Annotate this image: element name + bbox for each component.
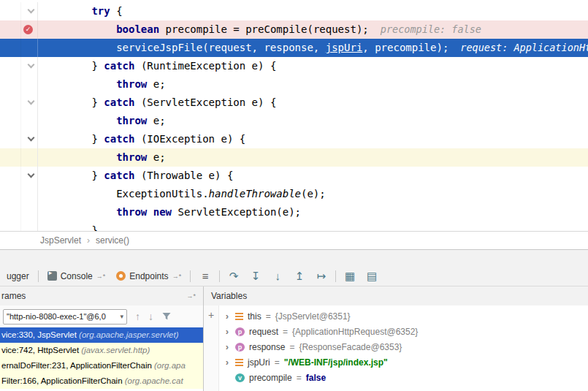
code-text: } xyxy=(38,221,98,231)
expand-chevron-icon[interactable]: › xyxy=(224,341,231,352)
code-line[interactable]: ExceptionUtils.handleThrowable(e); xyxy=(0,185,588,203)
value-icon xyxy=(235,313,243,320)
stack-frame-row[interactable]: ernalDoFilter:231, ApplicationFilterChai… xyxy=(0,358,203,373)
chevron-down-icon: ▾ xyxy=(120,313,123,320)
thread-selector-dropdown[interactable]: "http-nio-8080-exec-1"@6,0 ▾ xyxy=(3,309,127,324)
variable-row[interactable]: ›prequest = {ApplicationHttpRequest@6352… xyxy=(219,324,588,339)
code-line[interactable]: throw e; xyxy=(0,75,588,94)
expand-chevron-icon[interactable]: › xyxy=(224,326,231,337)
code-token: catch xyxy=(104,96,134,108)
code-line[interactable]: ✓ boolean precompile = preCompile(reques… xyxy=(0,20,588,39)
code-token: catch xyxy=(104,133,134,145)
tab-console[interactable]: Console →* xyxy=(45,266,108,286)
editor-gutter[interactable] xyxy=(0,148,38,167)
editor-gutter[interactable] xyxy=(0,130,38,148)
mute-breakpoints-icon[interactable]: ▤ xyxy=(364,270,380,283)
editor-gutter[interactable] xyxy=(0,2,38,20)
variable-name: response xyxy=(249,342,285,352)
stack-frame-row[interactable]: vice:742, HttpServlet (javax.servlet.htt… xyxy=(0,343,203,358)
fold-chevron-icon[interactable] xyxy=(28,61,35,69)
variable-row[interactable]: ›this = {JspServlet@6351} xyxy=(219,308,588,324)
code-token xyxy=(42,5,91,17)
fold-chevron-icon[interactable] xyxy=(28,7,35,14)
code-line[interactable]: } catch (RuntimeException e) { xyxy=(0,57,588,75)
frames-list: vice:330, JspServlet (org.apache.jasper.… xyxy=(0,327,203,391)
code-token: try xyxy=(91,5,110,17)
code-text: } catch (Throwable e) { xyxy=(38,167,233,185)
step-out-icon[interactable]: ↥ xyxy=(291,270,308,283)
code-token xyxy=(42,23,116,35)
code-line[interactable]: try { xyxy=(0,2,588,20)
code-editor[interactable]: try {✓ boolean precompile = preCompile(r… xyxy=(0,0,588,231)
fold-chevron-icon[interactable] xyxy=(28,171,35,178)
tab-endpoints-mark-icon[interactable]: →* xyxy=(172,273,182,280)
tab-endpoints[interactable]: Endpoints →* xyxy=(114,266,183,286)
code-token: e; xyxy=(147,78,165,90)
editor-gutter[interactable] xyxy=(0,185,38,203)
editor-gutter[interactable] xyxy=(0,94,38,112)
breadcrumb-class[interactable]: JspServlet xyxy=(40,235,81,246)
equals-sign: = xyxy=(297,373,302,383)
editor-gutter[interactable]: ✓ xyxy=(0,20,38,39)
variable-row[interactable]: ›jspUri = "/WEB-INF/jsp/index.jsp" xyxy=(219,354,588,370)
frames-header-mark-icon[interactable]: →* xyxy=(186,292,196,300)
editor-gutter[interactable] xyxy=(0,112,38,130)
expand-chevron-icon[interactable]: › xyxy=(224,311,231,322)
breakpoint-icon[interactable]: ✓ xyxy=(23,25,33,34)
editor-gutter[interactable] xyxy=(0,167,38,185)
code-token: throw xyxy=(116,206,147,218)
editor-gutter[interactable] xyxy=(0,75,38,94)
variables-toolbar: + xyxy=(204,305,219,391)
stack-frame-row[interactable]: vice:330, JspServlet (org.apache.jasper.… xyxy=(0,327,203,343)
code-token: catch xyxy=(104,60,134,72)
expand-chevron-icon[interactable]: › xyxy=(224,357,231,368)
code-token: } xyxy=(42,224,98,231)
editor-gutter[interactable] xyxy=(0,221,38,231)
code-text: serviceJspFile(request, response, jspUri… xyxy=(38,39,588,57)
frame-package: (javax.servlet.http) xyxy=(81,346,150,354)
next-frame-button[interactable]: ↓ xyxy=(148,311,153,322)
editor-gutter[interactable] xyxy=(0,39,38,57)
editor-gutter[interactable] xyxy=(0,203,38,221)
code-line[interactable]: throw new ServletException(e); xyxy=(0,203,588,221)
force-step-into-icon[interactable]: ↓ xyxy=(270,270,286,282)
layout-menu-icon[interactable]: ≡ xyxy=(197,270,213,282)
code-token: serviceJspFile(request, response, xyxy=(42,42,326,53)
code-token: e; xyxy=(147,151,165,163)
code-token: } xyxy=(42,170,104,181)
previous-frame-button[interactable]: ↑ xyxy=(135,311,140,322)
code-line[interactable]: } catch (IOException e) { xyxy=(0,130,588,148)
add-watch-icon[interactable]: + xyxy=(208,309,214,321)
param-icon: p xyxy=(235,327,245,336)
code-text: boolean precompile = preCompile(request)… xyxy=(38,20,481,39)
code-line[interactable]: throw e; xyxy=(0,148,588,167)
code-line[interactable]: serviceJspFile(request, response, jspUri… xyxy=(0,39,588,57)
field-icon xyxy=(235,359,243,366)
stack-frame-row[interactable]: Filter:166, ApplicationFilterChain (org.… xyxy=(0,373,203,389)
fold-chevron-icon[interactable] xyxy=(28,98,35,105)
variable-row[interactable]: ›presponse = {ResponseFacade@6353} xyxy=(219,339,588,354)
step-over-icon[interactable]: ↷ xyxy=(226,270,242,283)
code-line[interactable]: } xyxy=(0,221,588,231)
breadcrumb-separator-icon: › xyxy=(87,235,90,246)
code-text: throw e; xyxy=(38,148,166,167)
code-token: } xyxy=(42,96,104,108)
code-line[interactable]: } catch (ServletException e) { xyxy=(0,94,588,112)
code-text: throw e; xyxy=(38,75,166,94)
run-to-cursor-icon[interactable]: ↦ xyxy=(313,270,329,283)
code-token: } xyxy=(42,133,104,145)
tab-debugger[interactable]: ugger xyxy=(4,266,31,286)
frame-location: vice:330, JspServlet xyxy=(1,330,79,339)
editor-gutter[interactable] xyxy=(0,57,38,75)
view-breakpoints-icon[interactable]: ▦ xyxy=(342,270,358,283)
code-token xyxy=(42,151,116,163)
step-into-icon[interactable]: ↧ xyxy=(248,270,264,283)
tab-console-label: Console xyxy=(61,271,93,281)
filter-icon[interactable] xyxy=(161,311,172,322)
breadcrumb-method[interactable]: service() xyxy=(96,235,129,246)
tab-console-mark-icon[interactable]: →* xyxy=(96,273,106,280)
code-line[interactable]: throw e; xyxy=(0,112,588,130)
fold-chevron-icon[interactable] xyxy=(28,134,35,142)
variable-row[interactable]: vprecompile = false xyxy=(219,370,588,385)
code-line[interactable]: } catch (Throwable e) { xyxy=(0,167,588,185)
